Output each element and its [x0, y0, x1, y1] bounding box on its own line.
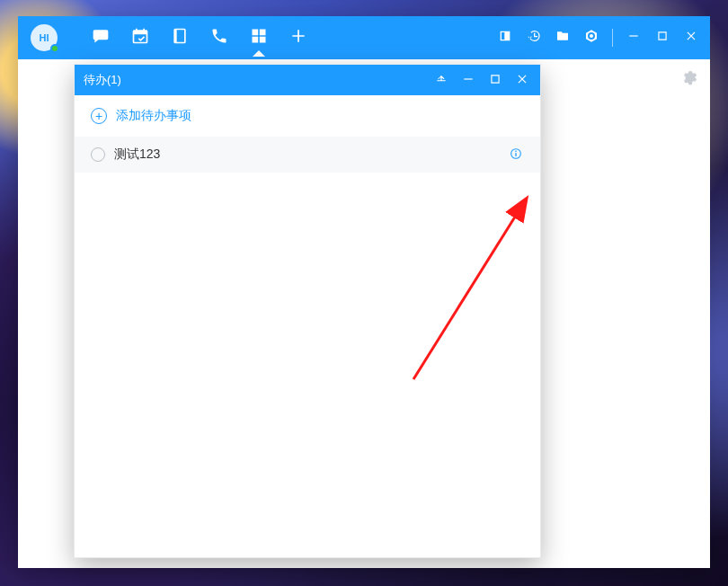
avatar-label: HI: [40, 32, 49, 43]
panel-close[interactable]: [513, 71, 531, 89]
plus-circle-icon: +: [91, 108, 107, 124]
panel-controls: [432, 71, 531, 89]
tool-history[interactable]: [524, 28, 544, 48]
close-icon: [516, 73, 528, 88]
task-info-button[interactable]: [508, 146, 524, 163]
apps-grid-icon: [250, 27, 268, 49]
nav-call[interactable]: [207, 20, 232, 56]
panel-title: 待办(1): [84, 72, 121, 88]
nav-notes[interactable]: [167, 20, 192, 56]
gear-icon: [679, 74, 697, 89]
panel-header: 待办(1): [75, 65, 540, 95]
hex-settings-icon: [584, 29, 599, 47]
minimize-icon: [627, 30, 640, 46]
svg-rect-1: [515, 153, 516, 156]
nav-bar: [88, 16, 311, 59]
window-minimize[interactable]: [624, 28, 644, 48]
header-right-tools: [495, 16, 705, 59]
chat-icon: [92, 27, 110, 49]
bookmark-icon: [498, 29, 512, 47]
window-close[interactable]: [681, 28, 701, 48]
panel-minimize[interactable]: [459, 71, 477, 89]
close-icon: [685, 30, 697, 46]
panel-pin[interactable]: [432, 71, 450, 89]
nav-apps[interactable]: [246, 20, 271, 56]
phone-icon: [210, 27, 228, 49]
pin-icon: [435, 73, 448, 88]
minimize-icon: [462, 73, 475, 88]
tool-files[interactable]: [553, 28, 573, 48]
add-todo-label: 添加待办事项: [116, 108, 191, 124]
main-window: HI: [18, 16, 710, 568]
nav-chat[interactable]: [88, 20, 113, 56]
info-icon: [509, 146, 523, 164]
maximize-icon: [656, 30, 669, 46]
avatar[interactable]: HI: [31, 24, 58, 51]
task-title: 测试123: [114, 146, 160, 163]
settings-button[interactable]: [679, 68, 697, 90]
window-maximize[interactable]: [653, 28, 672, 48]
calendar-check-icon: [131, 27, 149, 49]
panel-body: + 添加待办事项 测试123: [75, 95, 540, 173]
status-online-dot: [50, 44, 59, 53]
svg-point-2: [515, 150, 517, 152]
task-checkbox[interactable]: [91, 147, 105, 162]
separator: [612, 29, 613, 47]
add-todo-row[interactable]: + 添加待办事项: [75, 95, 540, 137]
tool-settings-hex[interactable]: [582, 28, 601, 48]
plus-icon: [289, 27, 307, 49]
tool-collect[interactable]: [495, 28, 515, 48]
history-icon: [527, 29, 541, 47]
folder-icon: [555, 29, 570, 47]
main-body: 待办(1): [18, 59, 710, 568]
nav-add[interactable]: [286, 20, 311, 56]
nav-calendar[interactable]: [128, 20, 153, 56]
header-bar: HI: [18, 16, 710, 59]
task-row[interactable]: 测试123: [75, 137, 540, 173]
maximize-icon: [489, 73, 502, 88]
notes-icon: [171, 27, 189, 49]
panel-maximize[interactable]: [486, 71, 504, 89]
todo-panel: 待办(1): [74, 64, 541, 558]
